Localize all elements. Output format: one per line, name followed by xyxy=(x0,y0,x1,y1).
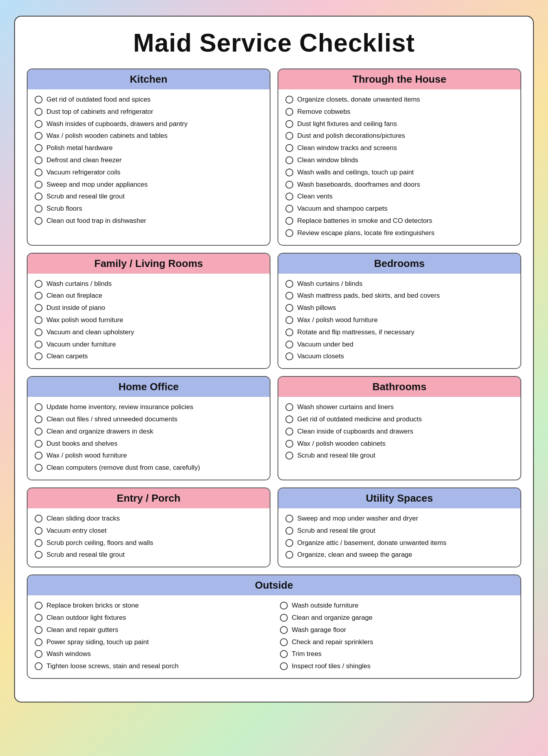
utility-spaces-body: Sweep and mop under washer and dryer Scr… xyxy=(278,508,520,567)
checkbox-circle[interactable] xyxy=(280,614,288,622)
checkbox-circle[interactable] xyxy=(35,626,43,634)
checkbox-circle[interactable] xyxy=(35,193,43,200)
checkbox-circle[interactable] xyxy=(35,341,43,348)
list-item: Wash baseboards, doorframes and doors xyxy=(285,180,513,189)
checkbox-circle[interactable] xyxy=(35,217,43,225)
checkbox-circle[interactable] xyxy=(285,539,293,547)
checkbox-circle[interactable] xyxy=(35,328,43,336)
checkbox-circle[interactable] xyxy=(35,132,43,140)
item-text: Clean carpets xyxy=(46,352,263,361)
checkbox-circle[interactable] xyxy=(35,602,43,610)
checkbox-circle[interactable] xyxy=(285,205,293,213)
checkbox-circle[interactable] xyxy=(35,181,43,189)
checkbox-circle[interactable] xyxy=(35,144,43,152)
checkbox-circle[interactable] xyxy=(35,415,43,423)
checkbox-circle[interactable] xyxy=(285,428,293,435)
checkbox-circle[interactable] xyxy=(285,181,293,189)
checkbox-circle[interactable] xyxy=(280,602,288,610)
checkbox-circle[interactable] xyxy=(285,144,293,152)
row-3: Home Office Update home inventory, revie… xyxy=(27,376,521,480)
checkbox-circle[interactable] xyxy=(285,156,293,164)
checkbox-circle[interactable] xyxy=(35,428,43,435)
checkbox-circle[interactable] xyxy=(285,108,293,116)
checkbox-circle[interactable] xyxy=(280,638,288,646)
checkbox-circle[interactable] xyxy=(285,304,293,312)
checkbox-circle[interactable] xyxy=(285,551,293,559)
list-item: Clean vents xyxy=(285,192,513,201)
outside-grid: Replace broken bricks or stone Clean out… xyxy=(35,601,513,671)
checkbox-circle[interactable] xyxy=(285,96,293,104)
list-item: Vacuum entry closet xyxy=(35,526,263,536)
checkbox-circle[interactable] xyxy=(35,614,43,622)
checkbox-circle[interactable] xyxy=(35,650,43,658)
list-item: Organize, clean and sweep the garage xyxy=(285,550,513,560)
checkbox-circle[interactable] xyxy=(35,638,43,646)
checkbox-circle[interactable] xyxy=(285,452,293,460)
checkbox-circle[interactable] xyxy=(35,352,43,360)
checkbox-circle[interactable] xyxy=(285,229,293,237)
list-item: Wax / polish wooden cabinets xyxy=(285,439,513,448)
checkbox-circle[interactable] xyxy=(285,217,293,225)
checkbox-circle[interactable] xyxy=(285,169,293,176)
outside-header: Outside xyxy=(28,575,520,595)
list-item: Review escape plans, locate fire extingu… xyxy=(285,228,513,238)
list-item: Scrub and reseal tile grout xyxy=(35,192,263,201)
list-item: Sweep and mop under washer and dryer xyxy=(285,514,513,523)
checkbox-circle[interactable] xyxy=(35,539,43,547)
checkbox-circle[interactable] xyxy=(35,527,43,535)
checkbox-circle[interactable] xyxy=(285,527,293,535)
bedrooms-header: Bedrooms xyxy=(278,254,520,274)
list-item: Wax polish wood furniture xyxy=(35,315,263,325)
checkbox-circle[interactable] xyxy=(35,120,43,128)
checkbox-circle[interactable] xyxy=(285,328,293,336)
checkbox-circle[interactable] xyxy=(35,280,43,288)
item-text: Wash pillows xyxy=(297,303,513,313)
checkbox-circle[interactable] xyxy=(280,662,288,670)
checkbox-circle[interactable] xyxy=(35,464,43,472)
list-item: Vacuum and shampoo carpets xyxy=(285,204,513,213)
checkbox-circle[interactable] xyxy=(285,292,293,300)
item-text: Clean inside of cupboards and drawers xyxy=(297,427,513,436)
checkbox-circle[interactable] xyxy=(35,292,43,300)
checkbox-circle[interactable] xyxy=(285,403,293,411)
checkbox-circle[interactable] xyxy=(35,662,43,670)
checkbox-circle[interactable] xyxy=(35,551,43,559)
row-1: Kitchen Get rid of outdated food and spi… xyxy=(27,69,521,246)
checkbox-circle[interactable] xyxy=(35,205,43,213)
checkbox-circle[interactable] xyxy=(285,316,293,324)
item-text: Clean and organize drawers in desk xyxy=(46,427,263,436)
checkbox-circle[interactable] xyxy=(285,193,293,200)
checkbox-circle[interactable] xyxy=(35,96,43,104)
checkbox-circle[interactable] xyxy=(285,120,293,128)
item-text: Scrub and reseal tile grout xyxy=(46,192,263,201)
checkbox-circle[interactable] xyxy=(285,341,293,348)
checkbox-circle[interactable] xyxy=(285,352,293,360)
checkbox-circle[interactable] xyxy=(35,169,43,176)
checkbox-circle[interactable] xyxy=(35,403,43,411)
checkbox-circle[interactable] xyxy=(35,156,43,164)
list-item: Dust top of cabinets and refrigerator xyxy=(35,107,263,117)
checkbox-circle[interactable] xyxy=(35,108,43,116)
section-home-office: Home Office Update home inventory, revie… xyxy=(27,376,270,480)
list-item: Sweep and mop under appliances xyxy=(35,180,263,189)
checkbox-circle[interactable] xyxy=(285,515,293,523)
checkbox-circle[interactable] xyxy=(35,316,43,324)
checkbox-circle[interactable] xyxy=(35,452,43,460)
list-item: Clean and repair gutters xyxy=(35,625,268,635)
list-item: Clean window tracks and screens xyxy=(285,143,513,153)
item-text: Wax / polish wood furniture xyxy=(297,315,513,325)
checkbox-circle[interactable] xyxy=(35,515,43,523)
checkbox-circle[interactable] xyxy=(285,280,293,288)
item-text: Clean window tracks and screens xyxy=(297,143,513,153)
checkbox-circle[interactable] xyxy=(280,626,288,634)
checkbox-circle[interactable] xyxy=(285,132,293,140)
item-text: Wax polish wood furniture xyxy=(46,315,263,325)
list-item: Rotate and flip mattresses, if necessary xyxy=(285,328,513,337)
checkbox-circle[interactable] xyxy=(285,440,293,448)
list-item: Clean carpets xyxy=(35,352,263,361)
checkbox-circle[interactable] xyxy=(35,440,43,448)
checkbox-circle[interactable] xyxy=(35,304,43,312)
checkbox-circle[interactable] xyxy=(285,415,293,423)
checkbox-circle[interactable] xyxy=(280,650,288,658)
section-family-living: Family / Living Rooms Wash curtains / bl… xyxy=(27,253,270,369)
